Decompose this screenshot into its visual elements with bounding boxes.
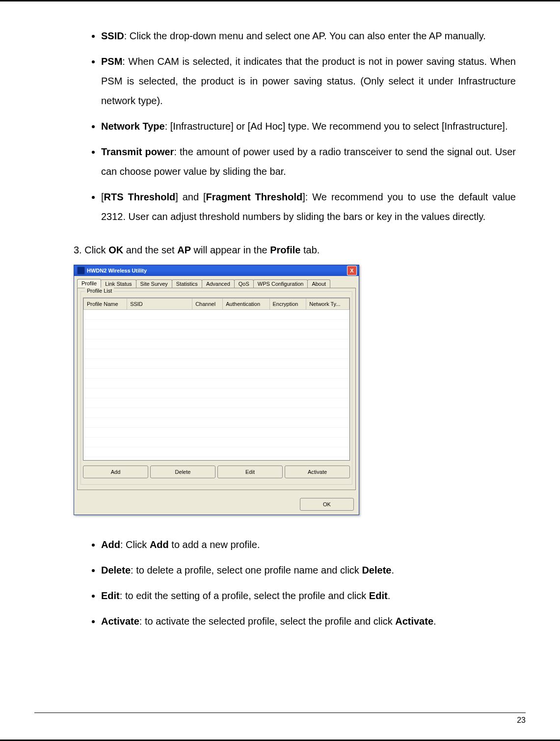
tab-qos[interactable]: QoS: [234, 279, 254, 288]
table-row[interactable]: [84, 388, 349, 398]
table-row[interactable]: [84, 447, 349, 457]
bullet-add: Add: Click Add to add a new profile.: [101, 535, 516, 554]
page-number: 23: [517, 716, 526, 724]
term: SSID: [101, 30, 124, 41]
tab-strip: Profile Link Status Site Survey Statisti…: [74, 276, 359, 288]
text: : [Infrastructure] or [Ad Hoc] type. We …: [165, 121, 508, 132]
table-row[interactable]: [84, 369, 349, 379]
close-icon[interactable]: X: [347, 266, 357, 275]
col-channel[interactable]: Channel: [192, 299, 223, 310]
text: will appear in the: [191, 245, 270, 255]
col-network-type[interactable]: Network Ty...: [306, 299, 349, 310]
window-title: HWDN2 Wireless Utility: [87, 268, 347, 274]
text: : When CAM is selected, it indicates tha…: [101, 56, 516, 106]
term: PSM: [101, 56, 122, 67]
tab-site-survey[interactable]: Site Survey: [136, 279, 172, 288]
term: Delete: [101, 565, 131, 576]
table-row[interactable]: [84, 359, 349, 369]
text: : Click the drop-down menu and select on…: [124, 30, 486, 41]
bullet-threshold: [RTS Threshold] and [Fragment Threshold]…: [101, 187, 516, 226]
table-row[interactable]: [84, 418, 349, 428]
page: SSID: Click the drop-down menu and selec…: [0, 0, 560, 741]
term: OK: [108, 245, 123, 255]
text: and the set: [123, 245, 177, 255]
text: .: [388, 590, 391, 601]
add-button[interactable]: Add: [83, 466, 148, 478]
term: Fragment Threshold: [206, 192, 303, 202]
profile-list-groupbox: Profile List Profile Name SSID Channel A…: [80, 291, 352, 485]
text: .: [433, 616, 436, 627]
ok-button[interactable]: OK: [300, 498, 354, 511]
table-row[interactable]: [84, 379, 349, 388]
table-row[interactable]: [84, 320, 349, 329]
content-area: SSID: Click the drop-down menu and selec…: [34, 6, 526, 631]
ok-row: OK: [74, 493, 359, 515]
text: to add a new profile.: [169, 539, 260, 550]
col-authentication[interactable]: Authentication: [223, 299, 269, 310]
table-row[interactable]: [84, 438, 349, 447]
term: RTS Threshold: [104, 192, 176, 202]
tab-about[interactable]: About: [307, 279, 330, 288]
text: : to delete a profile, select one profil…: [131, 565, 362, 576]
tab-statistics[interactable]: Statistics: [172, 279, 202, 288]
profile-list-view[interactable]: Profile Name SSID Channel Authentication…: [83, 298, 350, 461]
col-encryption[interactable]: Encryption: [269, 299, 306, 310]
table-row[interactable]: [84, 329, 349, 339]
activate-button[interactable]: Activate: [285, 466, 350, 478]
bullet-edit: Edit: to edit the setting of a profile, …: [101, 586, 516, 605]
term: Activate: [101, 616, 139, 627]
delete-button[interactable]: Delete: [150, 466, 215, 478]
table-row[interactable]: [84, 398, 349, 408]
bullet-psm: PSM: When CAM is selected, it indicates …: [101, 52, 516, 110]
page-footer: 23: [34, 713, 526, 725]
text: ] and [: [175, 192, 206, 202]
term: Transmit power: [101, 146, 174, 157]
term: Add: [150, 539, 169, 550]
term: Network Type: [101, 121, 165, 132]
text: .: [391, 565, 394, 576]
tab-wps-config[interactable]: WPS Configuration: [253, 279, 308, 288]
col-ssid[interactable]: SSID: [127, 299, 192, 310]
term: AP: [177, 245, 191, 255]
bullet-activate: Activate: to activate the selected profi…: [101, 611, 516, 631]
text: : to edit the setting of a profile, sele…: [120, 590, 369, 601]
table-header-row: Profile Name SSID Channel Authentication…: [84, 299, 349, 310]
tab-profile[interactable]: Profile: [77, 279, 101, 288]
wireless-utility-window: HWDN2 Wireless Utility X Profile Link St…: [74, 265, 359, 515]
bullet-transmit-power: Transmit power: the amount of power used…: [101, 142, 516, 181]
table-row[interactable]: [84, 408, 349, 418]
edit-button[interactable]: Edit: [217, 466, 283, 478]
tab-advanced[interactable]: Advanced: [202, 279, 235, 288]
text: : to activate the selected profile, sele…: [139, 616, 395, 627]
bullet-list-b: Add: Click Add to add a new profile. Del…: [74, 535, 516, 631]
text: : Click: [120, 539, 150, 550]
table-row[interactable]: [84, 428, 349, 438]
term: Activate: [395, 616, 433, 627]
term: Edit: [369, 590, 388, 601]
bullet-ssid: SSID: Click the drop-down menu and selec…: [101, 26, 516, 46]
profile-table: Profile Name SSID Channel Authentication…: [83, 298, 349, 457]
text: tab.: [300, 245, 320, 255]
table-row[interactable]: [84, 339, 349, 349]
text: 3. Click: [74, 245, 108, 255]
groupbox-title: Profile List: [85, 288, 114, 294]
tab-link-status[interactable]: Link Status: [101, 279, 136, 288]
profile-buttons: Add Delete Edit Activate: [83, 465, 350, 480]
term: Edit: [101, 590, 120, 601]
col-profile-name[interactable]: Profile Name: [84, 299, 127, 310]
table-row[interactable]: [84, 349, 349, 359]
bullet-delete: Delete: to delete a profile, select one …: [101, 560, 516, 580]
term: Profile: [270, 245, 300, 255]
table-row[interactable]: [84, 310, 349, 320]
tab-body: Profile List Profile Name SSID Channel A…: [77, 288, 356, 490]
bullet-list-a: SSID: Click the drop-down menu and selec…: [74, 26, 516, 226]
titlebar[interactable]: HWDN2 Wireless Utility X: [74, 265, 359, 276]
app-icon: [77, 267, 85, 274]
bullet-network-type: Network Type: [Infrastructure] or [Ad Ho…: [101, 116, 516, 136]
step-3: 3. Click OK and the set AP will appear i…: [74, 240, 516, 260]
term: Delete: [362, 565, 391, 576]
term: Add: [101, 539, 120, 550]
